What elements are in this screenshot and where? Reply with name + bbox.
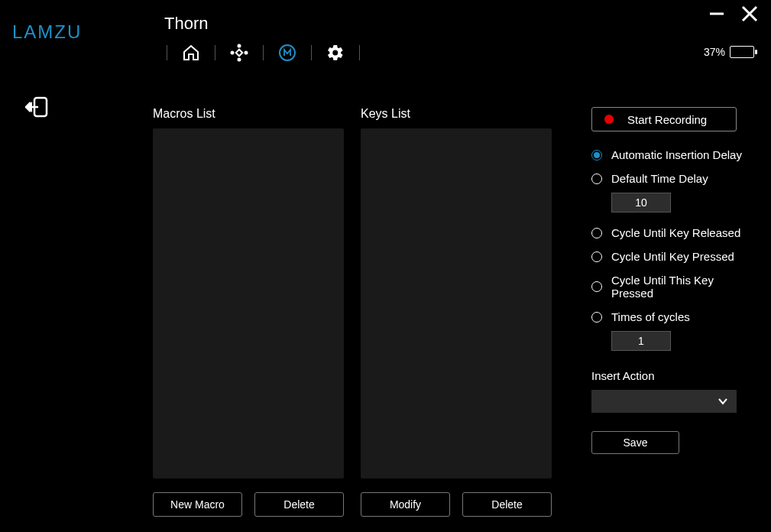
tab-separator <box>167 45 167 60</box>
tab-settings[interactable] <box>326 43 345 63</box>
tab-bar <box>153 43 374 63</box>
delete-macro-button[interactable]: Delete <box>254 492 344 517</box>
main-content: Macros List New Macro Delete Keys List M… <box>153 107 756 517</box>
keys-list-label: Keys List <box>361 107 552 121</box>
radio-label: Default Time Delay <box>611 172 708 185</box>
radio-label: Automatic Insertion Delay <box>611 148 742 161</box>
delete-key-button[interactable]: Delete <box>462 492 552 517</box>
close-icon[interactable] <box>740 5 759 25</box>
macros-list-label: Macros List <box>153 107 344 121</box>
radio-icon <box>591 281 602 292</box>
macros-buttons: New Macro Delete <box>153 492 344 517</box>
tab-separator <box>215 45 215 60</box>
radio-label: Times of cycles <box>611 310 690 323</box>
radio-icon <box>591 251 602 262</box>
keys-column: Keys List Modify Delete <box>361 107 552 517</box>
tab-separator <box>263 45 264 60</box>
default-delay-input[interactable]: 10 <box>611 193 671 212</box>
radio-icon <box>591 150 602 161</box>
battery-percent: 37% <box>704 46 725 58</box>
radio-icon <box>591 312 602 323</box>
tab-separator <box>311 45 312 60</box>
radio-times-cycles[interactable]: Times of cycles <box>591 310 756 323</box>
keys-buttons: Modify Delete <box>361 492 552 517</box>
start-recording-label: Start Recording <box>627 113 707 126</box>
radio-default-delay[interactable]: Default Time Delay <box>591 172 756 185</box>
brand-logo: LAMZU <box>12 21 82 43</box>
tab-separator <box>359 45 360 60</box>
svg-point-5 <box>238 59 241 61</box>
keys-list-panel[interactable] <box>361 128 552 478</box>
svg-point-4 <box>238 45 241 47</box>
tab-macro[interactable] <box>277 43 297 63</box>
minimize-icon[interactable] <box>708 5 725 24</box>
modify-key-button[interactable]: Modify <box>361 492 450 517</box>
radio-auto-delay[interactable]: Automatic Insertion Delay <box>591 148 756 161</box>
macros-column: Macros List New Macro Delete <box>153 107 344 517</box>
insert-action-dropdown[interactable] <box>591 390 737 413</box>
times-cycles-input[interactable]: 1 <box>611 331 671 351</box>
start-recording-button[interactable]: Start Recording <box>591 107 737 131</box>
macros-list-panel[interactable] <box>153 128 344 478</box>
svg-point-6 <box>232 52 234 54</box>
app-window: LAMZU Thorn 37% <box>0 0 771 532</box>
svg-point-7 <box>245 52 248 54</box>
settings-column: Start Recording Automatic Insertion Dela… <box>569 107 756 517</box>
tab-home[interactable] <box>181 43 201 63</box>
new-macro-button[interactable]: New Macro <box>153 492 242 517</box>
radio-cycle-released[interactable]: Cycle Until Key Released <box>591 226 756 239</box>
battery-icon <box>730 46 754 58</box>
radio-cycle-this-pressed[interactable]: Cycle Until This Key Pressed <box>591 274 756 300</box>
page-title: Thorn <box>164 14 208 34</box>
radio-label: Cycle Until Key Released <box>611 226 740 239</box>
battery-indicator: 37% <box>704 46 754 58</box>
record-dot-icon <box>604 115 614 124</box>
radio-label: Cycle Until Key Pressed <box>611 250 734 263</box>
save-button[interactable]: Save <box>591 431 679 454</box>
back-icon[interactable] <box>23 93 50 123</box>
window-controls <box>708 5 759 25</box>
svg-rect-3 <box>236 50 242 56</box>
radio-icon <box>591 228 602 238</box>
insert-action-label: Insert Action <box>591 369 756 382</box>
chevron-down-icon <box>717 395 729 407</box>
tab-dpi[interactable] <box>229 43 249 63</box>
radio-cycle-pressed[interactable]: Cycle Until Key Pressed <box>591 250 756 263</box>
radio-label: Cycle Until This Key Pressed <box>611 274 756 300</box>
radio-icon <box>591 174 602 184</box>
